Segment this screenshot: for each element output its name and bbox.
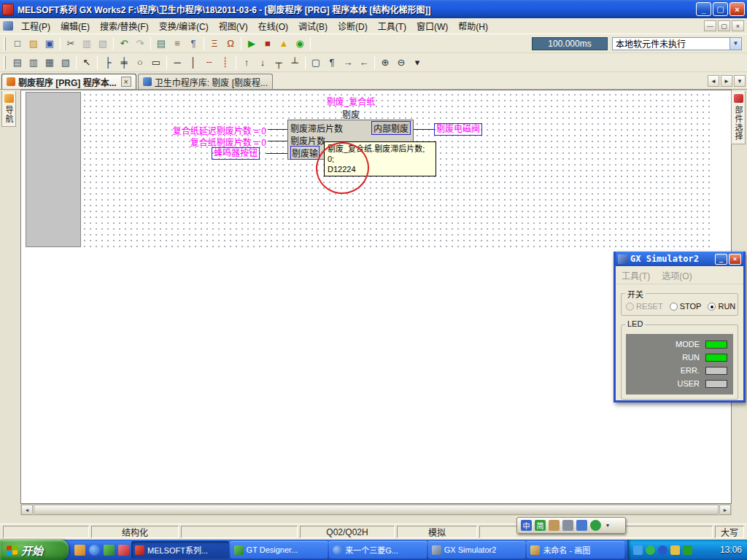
browser-icon[interactable] <box>89 545 100 556</box>
input-argument-3[interactable]: 蜂鸣器按钮 <box>212 147 260 160</box>
child-window-icon[interactable] <box>3 21 13 31</box>
simulator-menu-tools[interactable]: 工具(T) <box>622 269 650 281</box>
simulator-menu-options[interactable]: 选项(O) <box>662 269 692 281</box>
tab-scroll-right-icon[interactable]: ► <box>721 75 732 87</box>
delete-vertical-line-icon[interactable]: ┊ <box>217 55 233 70</box>
menu-view[interactable]: 视图(V) <box>214 18 253 34</box>
minimize-button[interactable]: _ <box>696 2 711 16</box>
volume-tray-icon[interactable] <box>658 545 667 555</box>
ime-simplified-icon[interactable]: 简 <box>535 520 546 531</box>
vertical-line-icon[interactable]: │ <box>185 55 201 70</box>
docking-window-icon[interactable]: ▧ <box>58 55 74 70</box>
tab-library[interactable]: 卫生巾程序库: 剔废 [剔废程... <box>138 74 273 89</box>
delete-horizontal-line-icon[interactable]: ╌ <box>201 55 217 70</box>
monitor-stop-icon[interactable]: ■ <box>260 36 276 51</box>
toolbar-grip[interactable] <box>4 37 6 50</box>
toolbar-grip[interactable] <box>4 56 6 69</box>
simulator-minimize-button[interactable]: _ <box>715 254 727 265</box>
scrollbar-thumb[interactable] <box>34 505 719 515</box>
ime-chinese-icon[interactable]: 中 <box>521 520 532 531</box>
paste-icon[interactable]: ▧ <box>95 36 111 51</box>
child-restore-button[interactable]: ▢ <box>718 20 730 31</box>
closed-contact-icon[interactable]: ╪ <box>116 55 132 70</box>
monitor-watch-icon[interactable]: ◉ <box>292 36 308 51</box>
merge-icon[interactable]: ┴ <box>287 55 303 70</box>
new-project-icon[interactable]: □ <box>9 36 26 51</box>
update-tray-icon[interactable] <box>670 545 680 555</box>
start-button[interactable]: 开始 <box>0 540 69 560</box>
output-argument[interactable]: 剔废电磁阀 <box>434 123 482 136</box>
tab-tifei-program[interactable]: 剔废程序 [PRG] 程序本... × <box>1 74 136 89</box>
menu-project[interactable]: 工程(P) <box>16 18 55 34</box>
task-browser-mitsubishi[interactable]: 来一个三菱G... <box>329 541 427 559</box>
open-contact-icon[interactable]: ├ <box>100 55 116 70</box>
tab-list-icon[interactable]: ▼ <box>734 75 746 87</box>
show-desktop-icon[interactable] <box>74 545 85 556</box>
menu-tools[interactable]: 工具(T) <box>373 18 411 34</box>
reset-radio[interactable]: RESET <box>626 302 663 311</box>
coil-icon[interactable]: ○ <box>132 55 148 70</box>
task-gx-simulator2[interactable]: GX Simulator2 <box>428 541 526 559</box>
device-comment-icon[interactable]: ▤ <box>153 36 169 51</box>
stop-radio[interactable]: STOP <box>670 302 702 311</box>
save-project-icon[interactable]: ▣ <box>42 36 58 51</box>
menu-edit[interactable]: 编辑(E) <box>55 18 95 34</box>
tab-close-icon[interactable]: × <box>121 77 131 87</box>
function-block-icon[interactable]: ▢ <box>308 55 324 70</box>
ime-options-icon[interactable] <box>576 520 587 531</box>
fb-pin-out-selected[interactable]: 内部剔废 <box>371 121 411 135</box>
child-close-button[interactable]: × <box>732 20 744 31</box>
statement-icon[interactable]: ≡ <box>169 36 185 51</box>
run-radio[interactable]: RUN <box>708 302 735 311</box>
task-paint[interactable]: 未命名 - 画图 <box>527 541 624 559</box>
convert-all-icon[interactable]: Ω <box>222 36 239 51</box>
branch-icon[interactable]: ┬ <box>271 55 287 70</box>
menu-convert-compile[interactable]: 变换/编译(C) <box>154 18 214 34</box>
element-selection-panel-tab[interactable]: 部件选择 <box>731 91 746 144</box>
tab-scroll-left-icon[interactable]: ◄ <box>708 75 719 87</box>
select-mode-icon[interactable]: ↖ <box>79 55 95 70</box>
langbar-minimize-icon[interactable]: ▾ <box>604 522 611 529</box>
navigation-window-icon[interactable]: ▤ <box>9 55 26 70</box>
navigation-panel-tab[interactable]: 导航 <box>1 91 16 127</box>
redo-icon[interactable]: ↷ <box>132 36 148 51</box>
scroll-right-icon[interactable]: ► <box>719 505 731 515</box>
convert-icon[interactable]: Ξ <box>206 36 222 51</box>
messenger-tray-icon[interactable] <box>633 545 643 555</box>
label-icon[interactable]: ¶ <box>324 55 340 70</box>
return-icon[interactable]: ← <box>356 55 372 70</box>
taskbar-clock[interactable]: 13:06 <box>720 545 742 555</box>
instruction-icon[interactable]: ▭ <box>148 55 164 70</box>
monitor-start-icon[interactable]: ▶ <box>244 36 260 51</box>
handwriting-icon[interactable] <box>549 520 560 531</box>
copy-icon[interactable]: ▥ <box>79 36 95 51</box>
task-gt-designer[interactable]: GT Designer... <box>231 541 328 559</box>
task-melsoft[interactable]: MELSOFT系列... <box>131 541 229 559</box>
zoom-in-icon[interactable]: ⊕ <box>377 55 393 70</box>
open-project-icon[interactable]: ▨ <box>26 36 42 51</box>
output-window-icon[interactable]: ▦ <box>42 55 58 70</box>
child-minimize-button[interactable]: — <box>704 20 716 31</box>
cut-icon[interactable]: ✂ <box>63 36 79 51</box>
undo-icon[interactable]: ↶ <box>116 36 132 51</box>
horizontal-line-icon[interactable]: ─ <box>169 55 185 70</box>
mail-icon[interactable] <box>118 545 129 556</box>
soft-keyboard-icon[interactable] <box>562 520 573 531</box>
menu-debug[interactable]: 调试(B) <box>293 18 333 34</box>
input-argument-2[interactable]: 复合纸剔废片数 = 0 <box>47 136 266 147</box>
simulator-title-bar[interactable]: GX Simulator2 _ × <box>616 252 743 266</box>
device-exec-status-combo[interactable]: 本地软元件未执行 ▼ <box>612 37 742 50</box>
monitor-warning-icon[interactable]: ▲ <box>276 36 292 51</box>
element-selection-window-icon[interactable]: ▥ <box>26 55 42 70</box>
menu-window[interactable]: 窗口(W) <box>411 18 453 34</box>
zoom-out-icon[interactable]: ⊖ <box>393 55 409 70</box>
restore-button[interactable]: ▢ <box>713 2 728 16</box>
menu-diagnostics[interactable]: 诊断(D) <box>333 18 373 34</box>
network-tray-icon[interactable] <box>646 545 655 555</box>
falling-pulse-icon[interactable]: ↓ <box>255 55 271 70</box>
menu-online[interactable]: 在线(O) <box>253 18 293 34</box>
security-tray-icon[interactable] <box>683 545 692 555</box>
menu-search-replace[interactable]: 搜索/替换(F) <box>95 18 154 34</box>
close-button[interactable]: × <box>729 2 745 16</box>
scroll-left-icon[interactable]: ◄ <box>21 505 33 515</box>
